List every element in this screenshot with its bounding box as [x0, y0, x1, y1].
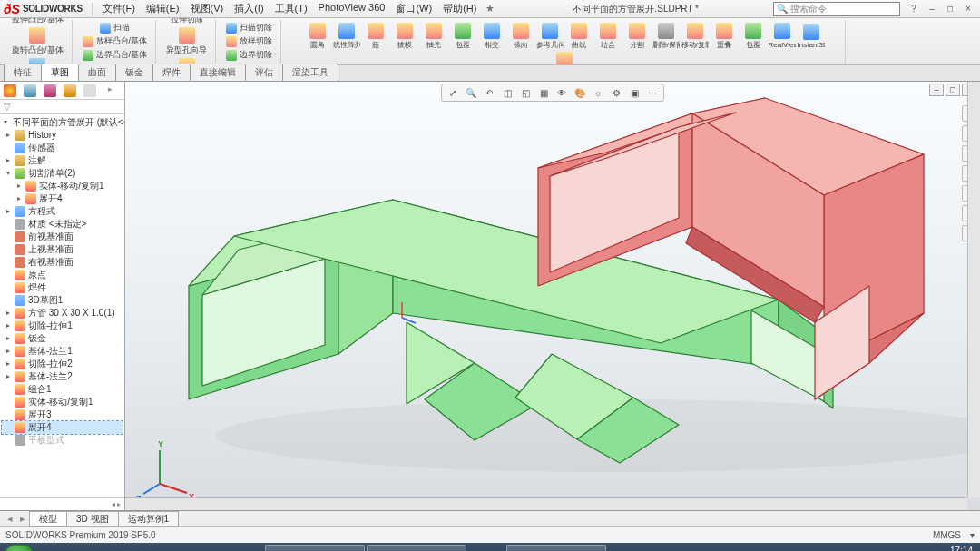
close-button[interactable]: ×: [960, 2, 976, 16]
tree-item-上视基准面[interactable]: 上视基准面: [2, 243, 122, 256]
ribbon-移动/复制实体[interactable]: 移动/复制实体: [681, 22, 710, 51]
taskbar-app[interactable]: SW: [227, 545, 263, 551]
help-button[interactable]: ?: [906, 2, 922, 16]
tree-item-方管 30 X 30 X 1.0(1)[interactable]: ▸方管 30 X 30 X 1.0(1): [2, 307, 122, 320]
ribbon-重叠[interactable]: 重叠: [710, 22, 739, 51]
tree-item-基体-法兰1[interactable]: ▸基体-法兰1: [2, 345, 122, 358]
tree-arrow-icon[interactable]: ▸: [4, 358, 12, 370]
tab-scroll-left-icon[interactable]: ◂: [4, 513, 16, 525]
command-tab-曲面[interactable]: 曲面: [78, 64, 116, 81]
taskbar-app[interactable]: 📁 H:\微信公众号\s...: [506, 545, 606, 551]
ribbon-特征涂刷器[interactable]: 特征涂刷器: [550, 51, 579, 66]
ribbon-镜向[interactable]: 镜向: [506, 22, 535, 51]
taskbar-app[interactable]: Ps: [113, 545, 149, 551]
menu-star-icon[interactable]: ★: [482, 3, 498, 15]
taskbar-app[interactable]: ○: [36, 545, 73, 551]
doc-tab-3D 视图[interactable]: 3D 视图: [66, 511, 119, 527]
maximize-button[interactable]: □: [942, 2, 958, 16]
menu-帮助[interactable]: 帮助(H): [437, 0, 482, 17]
taskbar-app[interactable]: ◎: [151, 545, 187, 551]
feature-manager-icon[interactable]: [4, 84, 16, 97]
tree-item-平板型式[interactable]: 平板型式: [2, 434, 122, 447]
taskbar-app[interactable]: ◐ 用SolidWorks把...: [367, 545, 466, 551]
filter-icon[interactable]: ▽: [4, 102, 11, 112]
tree-item-实体-移动/复制1[interactable]: ▸实体-移动/复制1: [2, 180, 122, 192]
tree-root[interactable]: ▾ 不同平面的方管展开 (默认<<按加工...): [2, 116, 122, 129]
ribbon-Instant3D[interactable]: Instant3D: [797, 23, 826, 50]
tree-item-组合1[interactable]: 组合1: [2, 383, 122, 396]
menu-编辑[interactable]: 编辑(E): [141, 0, 185, 17]
panel-dropdown-icon[interactable]: ▸: [108, 84, 121, 97]
tree-arrow-icon[interactable]: ▸: [15, 192, 23, 205]
tree-arrow-icon[interactable]: ▸: [4, 205, 12, 218]
ribbon-边界凸台/基体[interactable]: 边界凸台/基体: [80, 49, 151, 62]
tree-arrow-icon[interactable]: ▸: [15, 180, 23, 192]
orientation-triad[interactable]: [142, 443, 196, 497]
tree-item-方程式[interactable]: ▸方程式: [2, 205, 122, 218]
tree-item-材质 <未指定>[interactable]: 材质 <未指定>: [2, 218, 122, 231]
tree-item-切除-拉伸2[interactable]: ▸切除-拉伸2: [2, 358, 122, 370]
command-tab-特征[interactable]: 特征: [4, 64, 42, 81]
tree-arrow-icon[interactable]: ▸: [4, 154, 12, 167]
tree-arrow-icon[interactable]: ▸: [4, 332, 12, 345]
feature-tree[interactable]: ▾ 不同平面的方管展开 (默认<<按加工...) ▸History传感器▸注解▾…: [0, 114, 124, 497]
menu-插入[interactable]: 插入(I): [229, 0, 269, 17]
ribbon-扫描切除[interactable]: 扫描切除: [223, 22, 275, 34]
command-search-input[interactable]: 🔍 搜索命令: [773, 2, 900, 16]
command-tab-焊件[interactable]: 焊件: [152, 64, 191, 81]
tree-item-注解[interactable]: ▸注解: [2, 154, 122, 167]
ribbon-放样切除[interactable]: 放样切除: [223, 35, 275, 48]
tree-arrow-icon[interactable]: ▸: [4, 370, 12, 383]
ribbon-放样凸台/基体[interactable]: 放样凸台/基体: [80, 35, 151, 48]
ribbon-扫描[interactable]: 扫描: [80, 22, 151, 34]
tree-item-钣金[interactable]: ▸钣金: [2, 332, 122, 345]
tree-item-展开4[interactable]: 展开4: [2, 421, 122, 434]
configuration-manager-icon[interactable]: [44, 84, 56, 97]
tree-item-History[interactable]: ▸History: [2, 129, 122, 142]
menu-文件[interactable]: 文件(F): [97, 0, 141, 17]
ribbon-圆角[interactable]: 圆角: [303, 22, 332, 51]
command-tab-评估[interactable]: 评估: [245, 64, 283, 81]
tree-item-3D草图1[interactable]: 3D草图1: [2, 294, 122, 307]
tree-scrollbar-bottom[interactable]: ◂ ▸: [0, 497, 124, 510]
ribbon-拉伸凸台/基体[interactable]: 拉伸凸台/基体: [9, 18, 66, 26]
vertical-scrollbar[interactable]: [967, 82, 980, 497]
taskbar-app[interactable]: 📁: [468, 545, 505, 551]
start-button[interactable]: [4, 545, 34, 551]
ribbon-边界切除[interactable]: 边界切除: [223, 49, 275, 62]
tree-item-前视基准面[interactable]: 前视基准面: [2, 231, 122, 243]
tree-item-传感器[interactable]: 传感器: [2, 142, 122, 154]
taskbar-app[interactable]: SW SOLIDWORKS P...: [265, 545, 365, 551]
status-chevron-icon[interactable]: ▾: [970, 530, 975, 540]
tree-item-基体-法兰2[interactable]: ▸基体-法兰2: [2, 370, 122, 383]
command-tab-钣金[interactable]: 钣金: [115, 64, 153, 81]
status-units[interactable]: MMGS: [933, 530, 961, 540]
tree-item-右视基准面[interactable]: 右视基准面: [2, 256, 122, 269]
tree-arrow-icon[interactable]: ▾: [4, 167, 12, 180]
system-tray[interactable]: 17:14 2022/9/28: [933, 546, 977, 551]
ribbon-包覆[interactable]: 包覆: [739, 22, 768, 51]
taskbar-app[interactable]: ⌂: [74, 545, 111, 551]
tree-item-切除-拉伸1[interactable]: ▸切除-拉伸1: [2, 320, 122, 332]
command-tab-草图[interactable]: 草图: [41, 64, 79, 81]
ribbon-相交[interactable]: 相交: [477, 22, 506, 51]
ribbon-旋转凸台/基体[interactable]: 旋转凸台/基体: [9, 26, 66, 57]
property-manager-icon[interactable]: [24, 84, 36, 97]
tree-arrow-icon[interactable]: ▸: [4, 129, 12, 142]
display-manager-icon[interactable]: [83, 84, 96, 97]
ribbon-参考几何体[interactable]: 参考几何体: [535, 22, 564, 51]
menu-工具[interactable]: 工具(T): [270, 0, 313, 17]
ribbon-异型孔向导[interactable]: 异型孔向导: [163, 26, 210, 57]
ribbon-线性阵列[interactable]: 线性阵列: [332, 22, 361, 51]
menu-窗口[interactable]: 窗口(W): [390, 0, 437, 17]
ribbon-拔模[interactable]: 拔模: [390, 22, 419, 51]
graphics-viewport[interactable]: ⤢ 🔍 ↶ ◫ ◱ ▦ 👁 🎨 ☼ ⚙ ▣ ⋯ – □ ×: [125, 82, 980, 510]
menu-视图[interactable]: 视图(V): [185, 0, 230, 17]
ribbon-结合[interactable]: 结合: [593, 22, 622, 51]
doc-tab-运动算例1[interactable]: 运动算例1: [118, 511, 180, 527]
minimize-button[interactable]: –: [924, 2, 940, 16]
ribbon-分割[interactable]: 分割: [622, 22, 652, 51]
dimxpert-icon[interactable]: [64, 84, 76, 97]
tree-item-切割清单(2)[interactable]: ▾切割清单(2): [2, 167, 122, 180]
tree-item-展开4[interactable]: ▸展开4: [2, 192, 122, 205]
